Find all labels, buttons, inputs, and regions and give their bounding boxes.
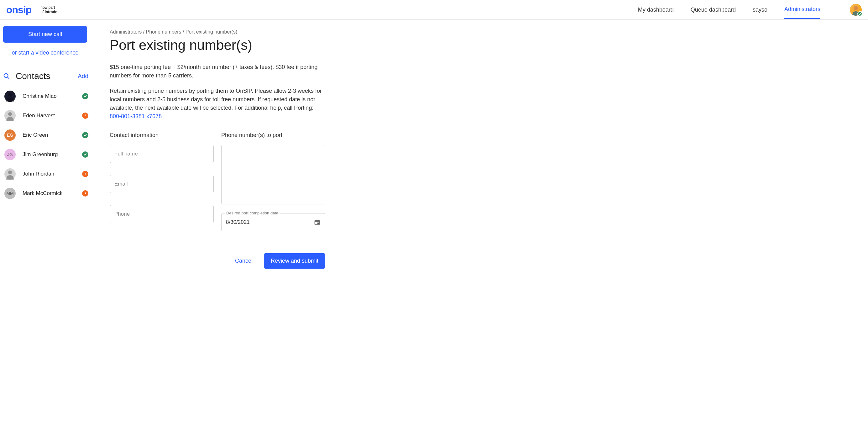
status-away-icon [82, 171, 88, 177]
start-call-button[interactable]: Start new call [3, 26, 87, 42]
contacts-header: Contacts Add [3, 71, 91, 81]
clock-icon [84, 173, 87, 176]
video-conference-link[interactable]: or start a video conference [3, 50, 87, 56]
svg-point-4 [8, 112, 12, 116]
fullname-input[interactable] [110, 145, 214, 163]
svg-rect-10 [317, 222, 319, 224]
phone-numbers-column: Phone number(s) to port Desired port com… [221, 132, 325, 235]
tagline-line1: now part [40, 5, 57, 10]
logo-divider [36, 4, 36, 16]
tagline-line2: of Intrado [40, 10, 57, 14]
top-nav: My dashboard Queue dashboard sayso Admin… [638, 0, 862, 19]
contact-name: Eric Green [23, 132, 48, 138]
sidebar: Start new call or start a video conferen… [0, 20, 94, 281]
contact-name: Eden Harvest [23, 113, 55, 119]
main-content: Administrators / Phone numbers / Port ex… [94, 20, 439, 281]
contact-avatar: JG [4, 149, 16, 160]
porting-description: Retain existing phone numbers by porting… [110, 87, 323, 121]
status-available-icon [82, 151, 88, 158]
contact-info-column: Contact information [110, 132, 214, 235]
contact-left: Christine Miao [4, 91, 57, 102]
contact-item[interactable]: Christine Miao [3, 88, 91, 104]
nav-administrators[interactable]: Administrators [784, 0, 820, 19]
form-actions: Cancel Review and submit [110, 253, 325, 269]
svg-rect-7 [315, 220, 320, 222]
status-badge-icon [857, 11, 862, 16]
logo-tagline: now part of Intrado [40, 5, 57, 14]
contact-avatar: MM [4, 188, 16, 199]
search-icon[interactable] [3, 73, 10, 80]
clock-icon [84, 114, 87, 117]
svg-line-2 [7, 77, 9, 79]
check-icon [84, 95, 87, 98]
status-away-icon [82, 113, 88, 119]
svg-point-3 [8, 93, 12, 96]
contact-item[interactable]: John Riordan [3, 166, 91, 182]
calendar-icon[interactable] [314, 219, 320, 225]
layout: Start new call or start a video conferen… [0, 20, 868, 281]
svg-point-5 [8, 171, 12, 174]
contact-avatar [4, 168, 16, 180]
contact-item[interactable]: Eden Harvest [3, 108, 91, 124]
contact-left: John Riordan [4, 168, 54, 180]
contact-name: John Riordan [23, 171, 54, 177]
phone-section-label: Phone number(s) to port [221, 132, 325, 139]
header: onsip now part of Intrado My dashboard Q… [0, 0, 868, 20]
contact-list: Christine MiaoEden HarvestEGEric GreenJG… [3, 88, 91, 202]
clock-icon [84, 192, 87, 195]
porting-phone-link[interactable]: 800-801-3381 x7678 [110, 113, 162, 119]
cancel-button[interactable]: Cancel [235, 258, 253, 264]
contact-item[interactable]: EGEric Green [3, 127, 91, 143]
contact-name: Jim Greenburg [23, 151, 58, 158]
contact-section-label: Contact information [110, 132, 214, 139]
user-avatar[interactable] [850, 4, 862, 16]
fee-description: $15 one-time porting fee + $2/month per … [110, 63, 323, 80]
logo-group[interactable]: onsip now part of Intrado [6, 4, 57, 16]
status-away-icon [82, 190, 88, 196]
contact-item[interactable]: JGJim Greenburg [3, 146, 91, 163]
person-icon [4, 168, 16, 180]
check-icon [84, 153, 87, 156]
status-available-icon [82, 132, 88, 138]
date-field-wrap: Desired port completion date [221, 213, 325, 231]
svg-point-1 [4, 74, 8, 78]
contact-left: Eden Harvest [4, 110, 55, 121]
submit-button[interactable]: Review and submit [264, 253, 325, 269]
form-row: Contact information Phone number(s) to p… [110, 132, 420, 235]
contact-item[interactable]: MMMark McCormick [3, 185, 91, 202]
contact-left: MMMark McCormick [4, 188, 63, 199]
logo-text: onsip [6, 4, 31, 16]
contact-avatar [4, 91, 16, 102]
status-available-icon [82, 93, 88, 99]
person-icon [4, 110, 16, 121]
contact-avatar [4, 110, 16, 121]
contact-left: EGEric Green [4, 129, 48, 141]
contact-avatar: EG [4, 129, 16, 141]
date-input[interactable] [221, 213, 325, 231]
contacts-title: Contacts [16, 71, 51, 81]
person-icon [4, 91, 16, 102]
breadcrumb: Administrators / Phone numbers / Port ex… [110, 29, 420, 35]
phone-numbers-textarea[interactable] [221, 145, 325, 204]
page-title: Port existing number(s) [110, 37, 420, 53]
nav-sayso[interactable]: sayso [753, 1, 767, 19]
nav-queue-dashboard[interactable]: Queue dashboard [691, 1, 736, 19]
tagline-brand: Intrado [45, 10, 58, 14]
desc-text: Retain existing phone numbers by porting… [110, 88, 322, 111]
svg-point-0 [854, 6, 858, 10]
contacts-header-left: Contacts [3, 71, 51, 81]
contact-name: Christine Miao [23, 93, 57, 99]
date-label: Desired port completion date [225, 211, 280, 215]
email-input[interactable] [110, 175, 214, 193]
nav-my-dashboard[interactable]: My dashboard [638, 1, 674, 19]
check-icon [84, 133, 87, 137]
contact-left: JGJim Greenburg [4, 149, 58, 160]
contact-name: Mark McCormick [23, 190, 63, 196]
check-icon [859, 12, 861, 15]
add-contact-link[interactable]: Add [78, 73, 88, 80]
phone-input[interactable] [110, 205, 214, 223]
